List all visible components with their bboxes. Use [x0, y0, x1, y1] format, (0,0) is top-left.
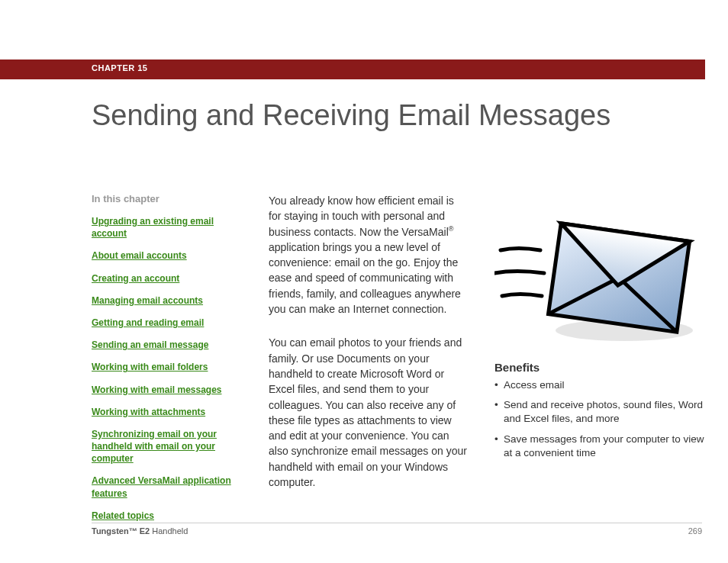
- toc-link-getting-reading[interactable]: Getting and reading email: [92, 317, 240, 329]
- benefit-item: Save messages from your computer to view…: [494, 433, 708, 460]
- toc-sidebar: In this chapter Upgrading an existing em…: [92, 193, 240, 532]
- page-number: 269: [688, 526, 702, 536]
- chapter-label: CHAPTER 15: [92, 63, 147, 72]
- toc-link-related[interactable]: Related topics: [92, 510, 240, 522]
- chapter-bar: CHAPTER 15: [0, 60, 705, 79]
- body-text: You already know how efficient email is …: [269, 193, 467, 508]
- toc-link-creating-account[interactable]: Creating an account: [92, 272, 240, 285]
- toc-link-about-accounts[interactable]: About email accounts: [92, 249, 240, 262]
- toc-link-managing-accounts[interactable]: Managing email accounts: [92, 294, 240, 307]
- toc-link-sync[interactable]: Synchronizing email on your handheld wit…: [92, 428, 240, 465]
- benefit-item: Access email: [494, 378, 708, 392]
- toc-link-folders[interactable]: Working with email folders: [92, 361, 240, 373]
- toc-link-upgrading[interactable]: Upgrading an existing email account: [92, 215, 240, 240]
- toc-link-advanced[interactable]: Advanced VersaMail application features: [92, 475, 240, 499]
- flying-envelope-icon: [494, 193, 708, 346]
- right-column: Benefits Access email Send and receive p…: [494, 193, 708, 466]
- benefits-section: Benefits Access email Send and receive p…: [494, 361, 708, 460]
- page-footer: Tungsten™ E2 Handheld 269: [92, 523, 702, 536]
- page-title: Sending and Receiving Email Messages: [92, 99, 610, 132]
- intro-paragraph-2: You can email photos to your friends and…: [269, 335, 467, 490]
- toc-heading: In this chapter: [92, 193, 240, 204]
- toc-link-attachments[interactable]: Working with attachments: [92, 406, 240, 418]
- product-name: Tungsten™ E2 Handheld: [92, 526, 188, 536]
- benefits-heading: Benefits: [494, 361, 708, 374]
- toc-link-sending-message[interactable]: Sending an email message: [92, 339, 240, 351]
- toc-link-messages[interactable]: Working with email messages: [92, 384, 240, 396]
- intro-paragraph-1: You already know how efficient email is …: [269, 193, 467, 317]
- benefit-item: Send and receive photos, sound files, Wo…: [494, 398, 708, 426]
